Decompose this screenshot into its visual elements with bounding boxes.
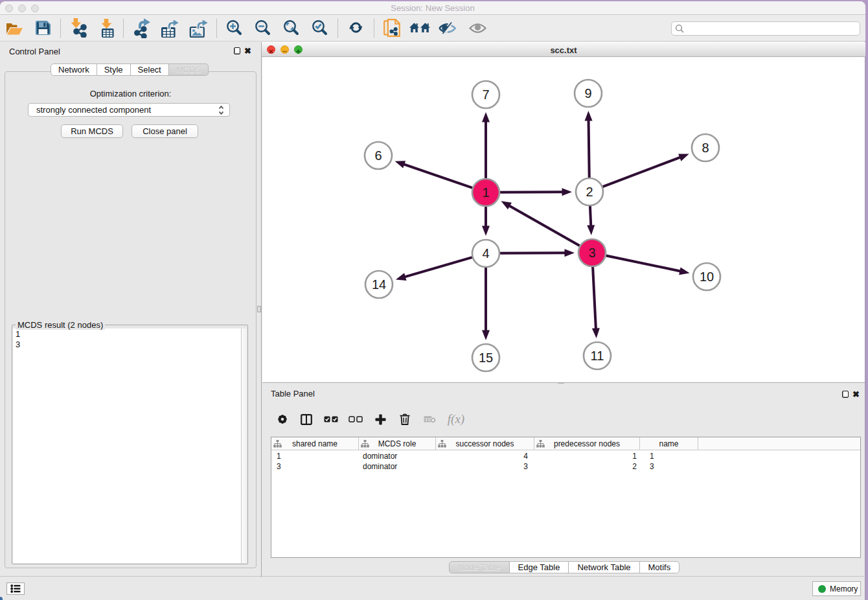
- edge-arrowhead: [396, 273, 407, 281]
- edge-2-3[interactable]: [590, 206, 591, 227]
- node-label: 15: [479, 351, 493, 365]
- graph-node-2[interactable]: 2: [576, 178, 603, 205]
- column-header-shared-name[interactable]: shared name: [271, 437, 359, 450]
- column-header-name[interactable]: name: [640, 437, 698, 450]
- mcds-result-text[interactable]: 13: [13, 329, 247, 563]
- node-label: 7: [482, 87, 489, 102]
- select-all-button[interactable]: [319, 416, 343, 422]
- optimization-criterion-value: strongly connected component: [36, 105, 151, 115]
- node-label: 9: [584, 86, 591, 100]
- control-panel-tabs: NetworkStyleSelectMCDS: [51, 63, 209, 76]
- export-network-icon: [134, 18, 152, 38]
- node-table-header: shared nameMCDS rolesuccessor nodesprede…: [271, 437, 860, 450]
- delete-table-button[interactable]: [417, 415, 442, 423]
- zoom-out-button[interactable]: [250, 16, 275, 40]
- task-history-icon: [10, 584, 21, 593]
- tab-motifs[interactable]: Motifs: [640, 561, 680, 573]
- network-canvas[interactable]: 7968124314101511: [262, 57, 865, 383]
- tab-style[interactable]: Style: [97, 63, 131, 76]
- table-toolbar: f(x): [271, 408, 470, 430]
- edge-2-8[interactable]: [603, 157, 681, 187]
- edge-2-9[interactable]: [589, 119, 589, 178]
- graph-node-15[interactable]: 15: [472, 344, 499, 371]
- edge-3-11[interactable]: [593, 267, 596, 330]
- tab-select[interactable]: Select: [131, 63, 169, 76]
- table-cell: 3: [640, 461, 698, 472]
- gear-button[interactable]: [271, 414, 294, 424]
- column-type-icon: [438, 440, 446, 448]
- table-row[interactable]: 3dominator323: [271, 461, 860, 472]
- save-session-button[interactable]: [30, 16, 55, 40]
- export-table-button[interactable]: [158, 16, 183, 40]
- vertical-splitter[interactable]: [261, 42, 262, 577]
- edge-3-1[interactable]: [508, 205, 580, 246]
- column-header-successor-nodes[interactable]: successor nodes: [436, 437, 534, 450]
- hide-selected-button[interactable]: [435, 16, 460, 40]
- table-row[interactable]: 1dominator411: [271, 451, 860, 461]
- vertical-splitter-handle[interactable]: [257, 306, 261, 312]
- control-panel-float-button[interactable]: [234, 47, 240, 54]
- task-history-button[interactable]: [6, 583, 25, 595]
- edge-4-3[interactable]: [500, 253, 566, 253]
- column-header-MCDS-role[interactable]: MCDS role: [359, 437, 436, 450]
- edge-1-2[interactable]: [500, 192, 564, 192]
- control-panel-close-button[interactable]: ✖: [244, 47, 251, 54]
- split-columns-button[interactable]: [294, 414, 319, 425]
- edge-arrowhead: [587, 225, 595, 235]
- add-column-button[interactable]: [368, 414, 393, 425]
- graph-node-1[interactable]: 1: [472, 179, 499, 206]
- mcds-result-scrollbar[interactable]: [241, 329, 247, 563]
- import-table-button[interactable]: [95, 16, 120, 40]
- tab-network[interactable]: Network: [51, 63, 97, 76]
- node-label: 10: [700, 270, 714, 284]
- zoom-fit-button[interactable]: [279, 16, 303, 40]
- export-network-button[interactable]: [130, 16, 155, 40]
- table-panel-tabs: Node TableEdge TableNetwork TableMotifs: [449, 561, 680, 573]
- edge-4-14[interactable]: [404, 257, 472, 277]
- table-panel-close-button[interactable]: ✖: [852, 391, 860, 398]
- edge-3-10[interactable]: [606, 256, 681, 271]
- column-type-icon: [361, 440, 369, 448]
- import-network-button[interactable]: [67, 16, 91, 40]
- refresh-layout-icon: [349, 22, 363, 34]
- export-image-button[interactable]: [187, 16, 211, 40]
- run-mcds-button[interactable]: Run MCDS: [61, 124, 123, 138]
- tab-edge-table[interactable]: Edge Table: [510, 561, 569, 573]
- show-all-button[interactable]: [465, 16, 490, 40]
- delete-column-button[interactable]: [393, 413, 417, 425]
- edge-arrowhead: [562, 188, 572, 196]
- graph-node-4[interactable]: 4: [472, 240, 499, 267]
- graph-node-6[interactable]: 6: [365, 142, 392, 169]
- node-label: 14: [372, 277, 386, 292]
- graph-node-7[interactable]: 7: [472, 81, 499, 108]
- toolbar-separator: [60, 19, 61, 38]
- reset-view-button[interactable]: [407, 16, 432, 40]
- search-box[interactable]: [671, 21, 860, 36]
- close-panel-button[interactable]: Close panel: [131, 124, 198, 138]
- network-graph: 7968124314101511: [262, 57, 865, 383]
- edge-arrowhead: [585, 111, 593, 121]
- refresh-layout-button[interactable]: [343, 16, 368, 40]
- export-table-icon: [161, 19, 180, 38]
- zoom-in-button[interactable]: [222, 16, 246, 40]
- edge-1-6[interactable]: [403, 164, 472, 188]
- graph-node-3[interactable]: 3: [578, 239, 606, 266]
- tab-node-table[interactable]: Node Table: [449, 561, 510, 573]
- graph-node-11[interactable]: 11: [584, 342, 611, 369]
- table-panel-float-button[interactable]: [842, 391, 849, 398]
- deselect-all-button[interactable]: [343, 416, 368, 422]
- tab-mcds[interactable]: MCDS: [169, 63, 209, 76]
- memory-button[interactable]: Memory: [812, 581, 861, 596]
- graph-node-14[interactable]: 14: [365, 271, 393, 298]
- open-file-button[interactable]: [2, 16, 27, 40]
- tab-network-table[interactable]: Network Table: [569, 561, 639, 573]
- function-builder-button[interactable]: f(x): [442, 412, 470, 426]
- graph-node-8[interactable]: 8: [692, 134, 719, 161]
- search-input[interactable]: [687, 24, 860, 33]
- clone-network-button[interactable]: [380, 16, 404, 40]
- graph-node-10[interactable]: 10: [693, 263, 720, 290]
- column-header-predecessor-nodes[interactable]: predecessor nodes: [534, 437, 640, 450]
- zoom-selected-button[interactable]: [307, 16, 332, 40]
- graph-node-9[interactable]: 9: [575, 80, 602, 107]
- optimization-criterion-select[interactable]: strongly connected component: [28, 103, 230, 117]
